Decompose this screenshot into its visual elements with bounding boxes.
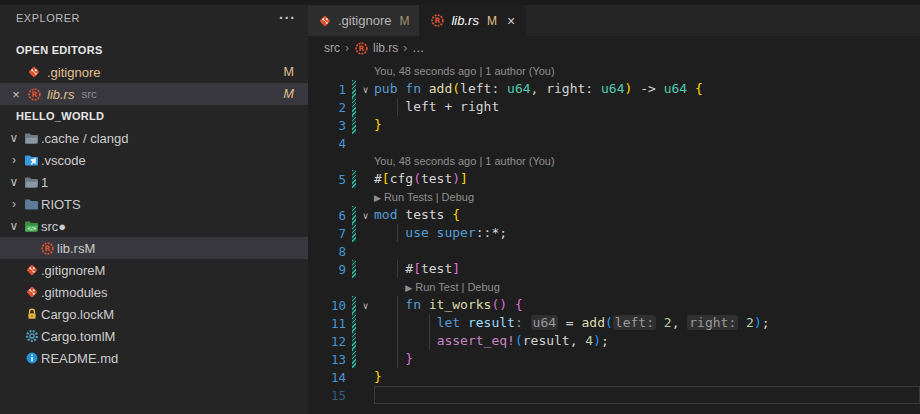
line-number[interactable]: 7 xyxy=(308,226,352,241)
chevron-down-icon[interactable]: ∨ xyxy=(6,131,22,145)
code-line[interactable]: } xyxy=(374,116,920,134)
code-line[interactable] xyxy=(374,386,920,404)
modified-indicator[interactable] xyxy=(352,98,356,116)
tab-librs[interactable]: R lib.rs M × xyxy=(420,5,526,36)
indent-guide xyxy=(429,314,430,332)
tree-item-lib-rs[interactable]: Rlib.rsM xyxy=(0,237,308,259)
line-number[interactable]: 5 xyxy=(308,172,352,187)
code-line-row: 8 xyxy=(308,242,920,260)
tree-item-Cargo-lock[interactable]: Cargo.lockM xyxy=(0,303,308,325)
tab-gitignore[interactable]: .gitignore M xyxy=(308,5,420,36)
codelens-content[interactable]: You, 48 seconds ago | 1 author (You) xyxy=(374,152,920,170)
open-editors-header[interactable]: OPEN EDITORS xyxy=(0,39,308,61)
code-line[interactable]: } xyxy=(374,368,920,386)
code-line[interactable]: #[cfg(test)] xyxy=(374,170,920,188)
chevron-down-icon[interactable]: ∨ xyxy=(6,175,22,189)
svg-text:</>: </> xyxy=(28,226,37,231)
close-icon[interactable]: × xyxy=(507,13,515,29)
tree-item-RIOT[interactable]: ›RIOTS xyxy=(0,193,308,215)
modified-indicator[interactable] xyxy=(352,170,356,188)
tree-item-Cargo-toml[interactable]: Cargo.tomlM xyxy=(0,325,308,347)
chevron-down-icon[interactable]: ∨ xyxy=(6,219,22,233)
line-number[interactable]: 14 xyxy=(308,370,352,385)
line-number[interactable]: 1 xyxy=(308,82,352,97)
indent-guide xyxy=(397,314,398,332)
tree-item--gitignore[interactable]: .gitignoreM xyxy=(0,259,308,281)
code-line[interactable]: mod tests { xyxy=(374,206,920,224)
modified-indicator[interactable] xyxy=(352,260,356,278)
code-line[interactable]: use super::*; xyxy=(374,224,920,242)
code-editor[interactable]: You, 48 seconds ago | 1 author (You)1∨pu… xyxy=(308,60,920,414)
line-number[interactable]: 10 xyxy=(308,298,352,313)
breadcrumb-item-src[interactable]: src xyxy=(324,41,340,55)
breadcrumb-separator-icon: › xyxy=(403,41,407,55)
code-line[interactable]: } xyxy=(374,350,920,368)
codelens-content[interactable]: ▶Run Test | Debug xyxy=(374,278,920,296)
line-number[interactable]: 12 xyxy=(308,334,352,349)
file-name: 1 xyxy=(41,175,48,190)
more-actions-icon[interactable]: ··· xyxy=(279,10,296,26)
gutter-decoration xyxy=(352,224,357,242)
code-token: ] xyxy=(452,261,460,276)
codelens-link[interactable]: You, 48 seconds ago | 1 author (You) xyxy=(374,155,555,167)
code-token: assert_eq! xyxy=(437,333,515,348)
tree-item-1[interactable]: ∨1 xyxy=(0,171,308,193)
chevron-right-icon[interactable]: › xyxy=(6,197,22,211)
modified-indicator[interactable] xyxy=(352,224,356,242)
workspace-header[interactable]: HELLO_WORLD xyxy=(0,105,308,127)
line-number[interactable]: 8 xyxy=(308,244,352,259)
codelens-text: You, 48 seconds ago | 1 author (You) xyxy=(374,155,555,167)
code-line[interactable]: assert_eq!(result, 4); xyxy=(374,332,920,350)
codelens-link[interactable]: ▶Run Test | Debug xyxy=(374,281,500,293)
code-line[interactable]: #[test] xyxy=(374,260,920,278)
code-line[interactable]: left + right xyxy=(374,98,920,116)
modified-indicator[interactable] xyxy=(352,206,356,224)
modified-indicator[interactable] xyxy=(352,332,356,350)
code-line[interactable]: let result: u64 = add(left: 2, right: 2)… xyxy=(374,314,920,332)
line-number[interactable]: 13 xyxy=(308,352,352,367)
code-token: let xyxy=(437,315,468,330)
codelens-row: You, 48 seconds ago | 1 author (You) xyxy=(308,152,920,170)
fold-chevron-icon[interactable]: ∨ xyxy=(357,210,374,221)
code-line[interactable]: fn it_works() { xyxy=(374,296,920,314)
code-line[interactable] xyxy=(374,242,920,260)
line-number[interactable]: 6 xyxy=(308,208,352,223)
code-line-row: 1∨pub fn add(left: u64, right: u64) -> u… xyxy=(308,80,920,98)
modified-indicator[interactable] xyxy=(352,314,356,332)
gutter-decoration xyxy=(352,134,357,152)
chevron-right-icon[interactable]: › xyxy=(6,153,22,167)
codelens-link[interactable]: ▶Run Tests | Debug xyxy=(374,191,474,203)
tree-item--cache-clangd[interactable]: ∨.cache / clangd xyxy=(0,127,308,149)
code-token: pub fn xyxy=(374,81,429,96)
code-line[interactable] xyxy=(374,134,920,152)
gutter-decoration xyxy=(352,152,357,170)
open-editor-item-lib-rs[interactable]: ×Rlib.rssrcM xyxy=(0,83,308,105)
line-number[interactable]: 4 xyxy=(308,136,352,151)
line-number[interactable]: 11 xyxy=(308,316,352,331)
file-name: Cargo.lock xyxy=(41,307,103,322)
breadcrumb-item-librs[interactable]: lib.rs xyxy=(373,41,398,55)
modified-indicator[interactable] xyxy=(352,116,356,134)
open-editor-item--gitignore[interactable]: .gitignoreM xyxy=(0,61,308,83)
tree-item--vscode[interactable]: ›.vscode xyxy=(0,149,308,171)
codelens-content[interactable]: You, 48 seconds ago | 1 author (You) xyxy=(374,62,920,80)
code-token: () xyxy=(491,297,507,312)
tree-item-README-md[interactable]: README.md xyxy=(0,347,308,369)
modified-indicator[interactable] xyxy=(352,80,356,98)
line-number[interactable]: 9 xyxy=(308,262,352,277)
line-number[interactable]: 3 xyxy=(308,118,352,133)
codelens-content[interactable]: ▶Run Tests | Debug xyxy=(374,188,920,206)
codelens-link[interactable]: You, 48 seconds ago | 1 author (You) xyxy=(374,65,555,77)
modified-indicator[interactable] xyxy=(352,296,356,314)
code-token xyxy=(374,225,405,240)
line-number[interactable]: 15 xyxy=(308,388,352,403)
fold-chevron-icon[interactable]: ∨ xyxy=(357,300,374,311)
tree-item-src[interactable]: ∨</>src● xyxy=(0,215,308,237)
modified-indicator[interactable] xyxy=(352,350,356,368)
code-line[interactable]: pub fn add(left: u64, right: u64) -> u64… xyxy=(374,80,920,98)
line-number[interactable]: 2 xyxy=(308,100,352,115)
tree-item--gitmodules[interactable]: .gitmodules xyxy=(0,281,308,303)
close-icon[interactable]: × xyxy=(8,87,24,102)
breadcrumb-item-symbol[interactable]: … xyxy=(412,41,424,55)
fold-chevron-icon[interactable]: ∨ xyxy=(357,84,374,95)
